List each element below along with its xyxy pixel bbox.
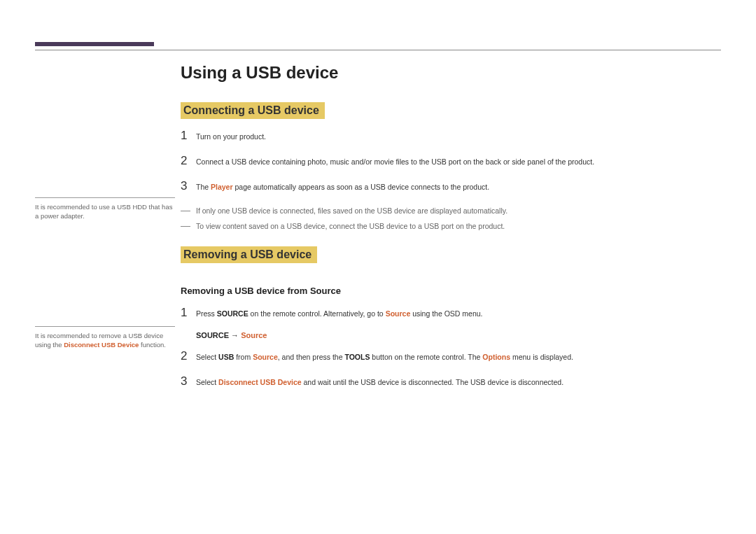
step-text: Select USB from Source, and then press t… [196,351,573,363]
step-2: 2 Connect a USB device containing photo,… [181,154,721,168]
step-number: 2 [181,349,196,363]
source-path: SOURCE → Source [196,331,721,339]
step-text: Connect a USB device containing photo, m… [196,155,594,168]
step-2: 2 Select USB from Source, and then press… [181,349,721,363]
step-text: Select Disconnect USB Device and wait un… [196,376,564,388]
step-1: 1 Turn on your product. [181,129,721,143]
step-number: 1 [181,129,196,143]
section-removing: Removing a USB device Removing a USB dev… [181,244,721,388]
note-dash-icon: ― [181,204,196,216]
step-text: Press SOURCE on the remote control. Alte… [196,307,483,320]
heading-removing: Removing a USB device [181,246,317,263]
step-number: 2 [181,154,196,168]
subheading-removing-source: Removing a USB device from Source [181,286,721,296]
step-number: 3 [181,179,196,193]
step-3: 3 The Player page automatically appears … [181,179,721,193]
step-number: 1 [181,306,196,320]
page-title: Using a USB device [181,63,721,83]
main-content: Using a USB device Connecting a USB devi… [175,63,721,400]
header-divider [35,50,721,50]
heading-connecting: Connecting a USB device [181,102,325,119]
step-number: 3 [181,374,196,388]
note-item: ― To view content saved on a USB device,… [181,220,721,231]
sidebar: It is recommended to use a USB HDD that … [35,63,175,400]
step-text: Turn on your product. [196,130,266,143]
header-accent-bar [35,42,154,46]
note-item: ― If only one USB device is connected, f… [181,204,721,216]
step-1: 1 Press SOURCE on the remote control. Al… [181,306,721,320]
note-dash-icon: ― [181,220,196,231]
sidebar-note-disconnect: It is recommended to remove a USB device… [35,326,175,350]
step-text: The Player page automatically appears as… [196,181,489,193]
sidebar-note-hdd: It is recommended to use a USB HDD that … [35,197,175,221]
section-connecting: Connecting a USB device 1 Turn on your p… [181,99,721,231]
step-3: 3 Select Disconnect USB Device and wait … [181,374,721,388]
